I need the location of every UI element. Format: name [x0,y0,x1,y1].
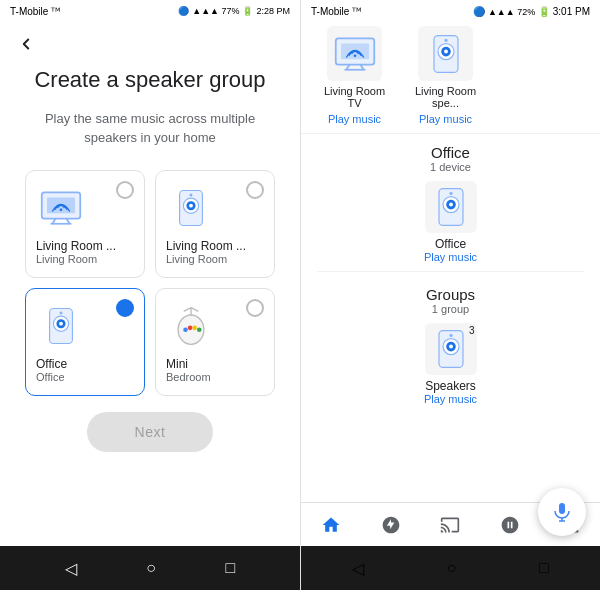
svg-rect-46 [559,503,565,514]
activity-icon [500,515,520,535]
office-device-name: Office [435,237,466,251]
svg-point-10 [189,193,192,196]
cast-icon [440,515,460,535]
next-btn-wrap: Next [20,396,280,462]
android-nav-right: ◁ ○ □ [301,546,600,590]
recents-nav-right[interactable]: □ [539,559,549,577]
app-nav-home[interactable] [321,515,341,535]
mini-icon-wrap [166,301,216,351]
office-section: Office 1 device Office Play music [301,134,600,276]
office-sub: 1 device [317,161,584,173]
device-room-3: Bedroom [166,371,211,383]
svg-point-38 [449,203,453,207]
radio-living-room-speaker[interactable] [246,181,264,199]
back-button[interactable] [8,26,44,62]
radio-living-room-tv[interactable] [116,181,134,199]
office-title: Office [317,144,584,161]
mini-icon [169,304,213,348]
top-speaker-name: Living Room spe... [408,85,483,109]
group-name: Speakers [425,379,476,393]
back-nav-left[interactable]: ◁ [65,559,77,578]
speaker-icon-1 [172,189,210,227]
svg-point-9 [189,203,193,207]
group-badge: 3 [469,325,475,336]
group-item: 3 Speakers Play music [317,323,584,405]
top-devices-row: Living Room TV Play music Living Room sp… [301,22,600,134]
top-device-speaker: Living Room spe... Play music [408,26,483,125]
office-device-icon [425,181,477,233]
device-card-mini[interactable]: Mini Bedroom [155,288,275,396]
page-title: Create a speaker group [34,66,265,95]
app-nav-cast[interactable] [440,515,460,535]
next-button[interactable]: Next [87,412,214,452]
groups-section: Groups 1 group 3 Speakers Play music [301,276,600,409]
device-card-living-room-tv[interactable]: Living Room ... Living Room [25,170,145,278]
app-nav-explore[interactable] [381,515,401,535]
svg-point-14 [59,321,63,325]
svg-line-19 [191,307,198,311]
top-tv-icon [327,26,382,81]
radio-office[interactable] [116,299,134,317]
speaker-icon-2 [42,307,80,345]
device-name-3: Mini [166,357,188,371]
explore-icon [381,515,401,535]
mic-icon [550,500,574,524]
svg-point-39 [449,192,452,195]
device-room-2: Office [36,371,65,383]
group-icon: 3 [425,323,477,375]
carrier-left: T-Mobile ᵀᴹ [10,6,60,17]
svg-point-43 [449,345,453,349]
right-panel: T-Mobile ᵀᴹ 🔵 ▲▲▲ 72% 🔋 3:01 PM [300,0,600,590]
groups-title: Groups [317,286,584,303]
recents-nav-left[interactable]: □ [226,559,236,577]
office-device-row: Office Play music [317,181,584,272]
status-icons-left: 🔵 ▲▲▲ 77% 🔋 2:28 PM [178,6,290,16]
page-subtitle: Play the same music across multiple spea… [20,109,280,148]
home-nav-right[interactable]: ○ [447,559,457,577]
office-play[interactable]: Play music [424,251,477,263]
top-tv-play[interactable]: Play music [328,113,381,125]
radio-mini[interactable] [246,299,264,317]
svg-point-22 [192,325,197,330]
carrier-right: T-Mobile ᵀᴹ [311,6,361,17]
svg-point-15 [59,311,62,314]
android-nav-left: ◁ ○ □ [0,546,300,590]
status-icons-right: 🔵 ▲▲▲ 72% 🔋 3:01 PM [473,6,590,17]
top-device-tv: Living Room TV Play music [317,26,392,125]
device-card-living-room-speaker[interactable]: Living Room ... Living Room [155,170,275,278]
svg-point-21 [188,325,193,330]
group-play[interactable]: Play music [424,393,477,405]
top-speaker-play[interactable]: Play music [419,113,472,125]
device-name-0: Living Room ... [36,239,116,253]
home-nav-left[interactable]: ○ [146,559,156,577]
devices-grid: Living Room ... Living Room Living Room … [20,170,280,396]
home-icon [321,515,341,535]
svg-point-5 [60,208,63,211]
back-nav-right[interactable]: ◁ [352,559,364,578]
status-bar-left: T-Mobile ᵀᴹ 🔵 ▲▲▲ 77% 🔋 2:28 PM [0,0,300,22]
svg-point-26 [353,54,356,57]
device-card-office[interactable]: Office Office [25,288,145,396]
speaker-icon-wrap-1 [166,183,216,233]
left-panel: T-Mobile ᵀᴹ 🔵 ▲▲▲ 77% 🔋 2:28 PM Create a… [0,0,300,590]
left-content: Create a speaker group Play the same mus… [0,66,300,546]
top-tv-name: Living Room TV [317,85,392,109]
svg-point-23 [197,327,202,332]
device-room-0: Living Room [36,253,97,265]
svg-point-34 [444,38,447,41]
device-room-1: Living Room [166,253,227,265]
fab-mic-button[interactable] [538,488,586,536]
tv-icon [40,190,82,226]
groups-sub: 1 group [317,303,584,315]
app-nav-activity[interactable] [500,515,520,535]
tv-icon-wrap [36,183,86,233]
speaker-icon-wrap-2 [36,301,86,351]
svg-line-18 [184,307,191,311]
status-bar-right: T-Mobile ᵀᴹ 🔵 ▲▲▲ 72% 🔋 3:01 PM [301,0,600,22]
right-content: Living Room TV Play music Living Room sp… [301,22,600,502]
top-speaker-icon [418,26,473,81]
svg-point-20 [183,327,188,332]
svg-point-33 [444,49,448,53]
device-name-2: Office [36,357,67,371]
device-name-1: Living Room ... [166,239,246,253]
